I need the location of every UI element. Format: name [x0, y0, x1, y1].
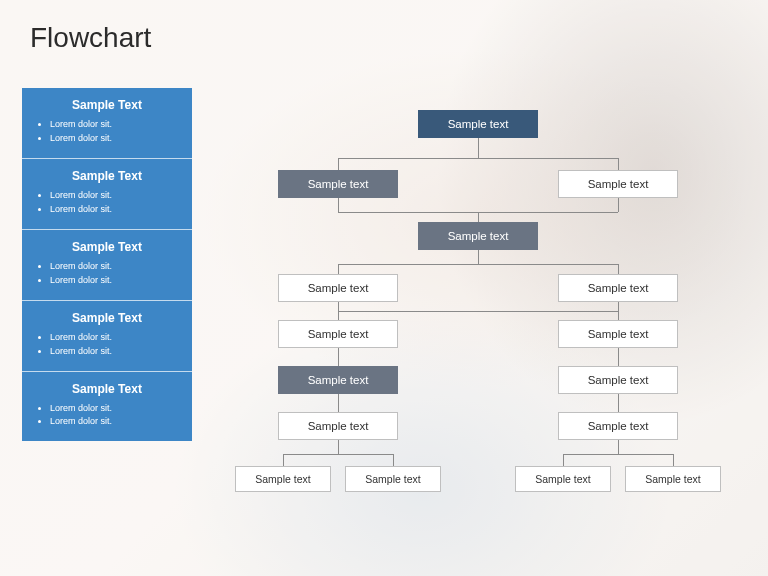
flow-join: Sample text — [418, 222, 538, 250]
flow-pair1-left: Sample text — [278, 274, 398, 302]
sidebar-section-1: Sample Text Lorem dolor sit. Lorem dolor… — [22, 88, 192, 159]
sidebar-bullets: Lorem dolor sit. Lorem dolor sit. — [36, 260, 178, 288]
connector — [338, 264, 618, 265]
flow-pair3-right: Sample text — [558, 366, 678, 394]
flow-pair4-right: Sample text — [558, 412, 678, 440]
sidebar-bullets: Lorem dolor sit. Lorem dolor sit. — [36, 402, 178, 430]
flow-leaf-1: Sample text — [235, 466, 331, 492]
sidebar-section-2: Sample Text Lorem dolor sit. Lorem dolor… — [22, 159, 192, 230]
sidebar-header: Sample Text — [36, 240, 178, 254]
connector — [338, 311, 618, 312]
connector — [338, 394, 339, 412]
connector — [283, 454, 284, 466]
connector — [338, 440, 339, 454]
sidebar-bullet: Lorem dolor sit. — [50, 260, 178, 274]
connector — [338, 158, 618, 159]
sidebar-bullet: Lorem dolor sit. — [50, 203, 178, 217]
sidebar-bullet: Lorem dolor sit. — [50, 402, 178, 416]
connector — [563, 454, 673, 455]
connector — [478, 212, 479, 222]
flow-pair2-right: Sample text — [558, 320, 678, 348]
sidebar-bullet: Lorem dolor sit. — [50, 118, 178, 132]
sidebar-bullet: Lorem dolor sit. — [50, 274, 178, 288]
sidebar-header: Sample Text — [36, 311, 178, 325]
flow-leaf-3: Sample text — [515, 466, 611, 492]
sidebar-section-4: Sample Text Lorem dolor sit. Lorem dolor… — [22, 301, 192, 372]
flow-pair3-left: Sample text — [278, 366, 398, 394]
sidebar-section-3: Sample Text Lorem dolor sit. Lorem dolor… — [22, 230, 192, 301]
flow-pair2-left: Sample text — [278, 320, 398, 348]
sidebar-section-5: Sample Text Lorem dolor sit. Lorem dolor… — [22, 372, 192, 442]
flow-pair4-left: Sample text — [278, 412, 398, 440]
flow-leaf-2: Sample text — [345, 466, 441, 492]
sidebar-bullets: Lorem dolor sit. Lorem dolor sit. — [36, 331, 178, 359]
flow-pair1-right: Sample text — [558, 274, 678, 302]
sidebar-bullet: Lorem dolor sit. — [50, 415, 178, 429]
connector — [618, 394, 619, 412]
flow-leaf-4: Sample text — [625, 466, 721, 492]
connector — [618, 348, 619, 366]
sidebar-header: Sample Text — [36, 169, 178, 183]
connector — [338, 264, 339, 274]
connector — [618, 198, 619, 212]
connector — [563, 454, 564, 466]
connector — [618, 264, 619, 274]
connector — [618, 158, 619, 170]
connector — [478, 138, 479, 158]
sidebar-bullet: Lorem dolor sit. — [50, 132, 178, 146]
connector — [283, 454, 393, 455]
connector — [338, 198, 339, 212]
connector — [673, 454, 674, 466]
connector — [618, 440, 619, 454]
flow-branch-right: Sample text — [558, 170, 678, 198]
sidebar-bullets: Lorem dolor sit. Lorem dolor sit. — [36, 189, 178, 217]
connector — [393, 454, 394, 466]
connector — [478, 250, 479, 264]
sidebar-bullet: Lorem dolor sit. — [50, 331, 178, 345]
connector — [618, 302, 619, 320]
sidebar: Sample Text Lorem dolor sit. Lorem dolor… — [22, 88, 192, 441]
sidebar-bullet: Lorem dolor sit. — [50, 189, 178, 203]
flow-root: Sample text — [418, 110, 538, 138]
page-title: Flowchart — [30, 22, 151, 54]
connector — [338, 158, 339, 170]
sidebar-bullets: Lorem dolor sit. Lorem dolor sit. — [36, 118, 178, 146]
sidebar-header: Sample Text — [36, 98, 178, 112]
sidebar-bullet: Lorem dolor sit. — [50, 345, 178, 359]
connector — [338, 348, 339, 366]
sidebar-header: Sample Text — [36, 382, 178, 396]
flow-branch-left: Sample text — [278, 170, 398, 198]
